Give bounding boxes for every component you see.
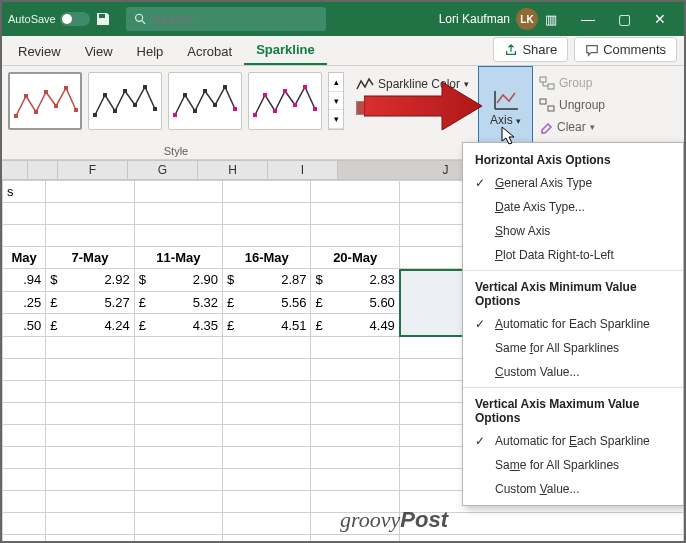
marker-color-icon xyxy=(356,101,370,115)
svg-rect-35 xyxy=(540,99,546,104)
tab-sparkline[interactable]: Sparkline xyxy=(244,36,327,65)
svg-rect-11 xyxy=(103,93,107,97)
col-header-I[interactable]: I xyxy=(268,160,338,180)
menu-item-min-custom[interactable]: Custom Value... xyxy=(463,360,683,384)
tab-acrobat[interactable]: Acrobat xyxy=(175,38,244,65)
toggle-off-icon xyxy=(60,12,90,26)
menu-header-min: Vertical Axis Minimum Value Options xyxy=(463,274,683,312)
group-icon xyxy=(539,76,555,90)
col-header-H[interactable]: H xyxy=(198,160,268,180)
axis-icon xyxy=(492,89,520,111)
svg-rect-18 xyxy=(233,107,237,111)
svg-rect-12 xyxy=(113,109,117,113)
style-gallery-nav[interactable]: ▴▾▾ xyxy=(328,72,344,130)
svg-rect-27 xyxy=(283,89,287,93)
svg-rect-36 xyxy=(548,106,554,111)
tab-review[interactable]: Review xyxy=(6,38,73,65)
menu-item-min-auto[interactable]: Automatic for Each Sparkline xyxy=(463,312,683,336)
menu-item-date-axis[interactable]: Date Axis Type... xyxy=(463,195,683,219)
user-name: Lori Kaufman xyxy=(439,12,510,26)
share-icon xyxy=(504,43,518,57)
svg-rect-28 xyxy=(293,103,297,107)
style-group: ▴▾▾ Style xyxy=(2,66,350,159)
svg-rect-34 xyxy=(548,84,554,89)
clear-button[interactable]: Clear ▾ xyxy=(539,116,678,138)
svg-rect-7 xyxy=(54,104,58,108)
svg-rect-13 xyxy=(123,89,127,93)
user-account[interactable]: Lori Kaufman LK xyxy=(439,8,538,30)
svg-rect-30 xyxy=(313,107,317,111)
axis-menu: Horizontal Axis Options General Axis Typ… xyxy=(462,142,684,506)
autosave-label: AutoSave xyxy=(8,13,56,25)
col-header-F[interactable]: F xyxy=(58,160,128,180)
menu-header-max: Vertical Axis Maximum Value Options xyxy=(463,391,683,429)
svg-rect-23 xyxy=(223,85,227,89)
col-header-partial[interactable] xyxy=(28,160,58,180)
svg-rect-3 xyxy=(14,114,18,118)
sparkline-color-button[interactable]: Sparkline Color ▾ xyxy=(356,72,472,96)
ungroup-button[interactable]: Ungroup xyxy=(539,94,678,116)
svg-rect-16 xyxy=(153,107,157,111)
svg-rect-10 xyxy=(93,113,97,117)
group-button[interactable]: Group xyxy=(539,72,678,94)
svg-rect-33 xyxy=(540,77,546,82)
marker-color-button[interactable]: Marker Color xyxy=(356,96,472,120)
comments-button[interactable]: Comments xyxy=(574,37,677,62)
svg-rect-6 xyxy=(44,90,48,94)
menu-item-min-same[interactable]: Same for All Sparklines xyxy=(463,336,683,360)
svg-rect-8 xyxy=(64,86,68,90)
svg-rect-4 xyxy=(24,94,28,98)
close-button[interactable]: ✕ xyxy=(642,2,678,36)
svg-rect-5 xyxy=(34,110,38,114)
style-thumb-1[interactable] xyxy=(8,72,82,130)
avatar: LK xyxy=(516,8,538,30)
menu-item-show-axis[interactable]: Show Axis xyxy=(463,219,683,243)
search-box[interactable] xyxy=(126,7,326,31)
ribbon-tabs: Review View Help Acrobat Sparkline Share… xyxy=(2,36,684,66)
svg-rect-24 xyxy=(253,113,257,117)
menu-item-max-custom[interactable]: Custom Value... xyxy=(463,477,683,501)
titlebar: AutoSave Lori Kaufman LK ▥ — ▢ ✕ xyxy=(2,2,684,36)
svg-rect-26 xyxy=(273,109,277,113)
svg-rect-21 xyxy=(203,89,207,93)
ungroup-icon xyxy=(539,98,555,112)
ribbon-display-icon[interactable]: ▥ xyxy=(538,6,564,32)
save-icon[interactable] xyxy=(90,6,116,32)
tab-view[interactable]: View xyxy=(73,38,125,65)
style-group-label: Style xyxy=(2,145,350,157)
search-input[interactable] xyxy=(152,12,317,27)
col-header-G[interactable]: G xyxy=(128,160,198,180)
svg-rect-9 xyxy=(74,108,78,112)
svg-point-1 xyxy=(135,14,142,21)
col-header-stub[interactable] xyxy=(2,160,28,180)
svg-rect-17 xyxy=(173,113,177,117)
svg-rect-19 xyxy=(183,93,187,97)
style-thumb-4[interactable] xyxy=(248,72,322,130)
watermark: groovyPost xyxy=(340,507,448,533)
minimize-button[interactable]: — xyxy=(570,2,606,36)
comment-icon xyxy=(585,43,599,57)
window-buttons: — ▢ ✕ xyxy=(570,2,678,36)
search-icon xyxy=(134,12,147,26)
autosave-toggle[interactable]: AutoSave xyxy=(8,12,90,26)
svg-rect-14 xyxy=(133,103,137,107)
line-color-icon xyxy=(356,77,374,91)
color-group: Sparkline Color ▾ Marker Color xyxy=(350,66,478,159)
svg-rect-20 xyxy=(193,109,197,113)
menu-item-max-same[interactable]: Same for All Sparklines xyxy=(463,453,683,477)
svg-line-2 xyxy=(142,21,145,24)
style-thumb-3[interactable] xyxy=(168,72,242,130)
maximize-button[interactable]: ▢ xyxy=(606,2,642,36)
svg-rect-22 xyxy=(213,103,217,107)
svg-rect-15 xyxy=(143,85,147,89)
tab-help[interactable]: Help xyxy=(125,38,176,65)
menu-item-max-auto[interactable]: Automatic for Each Sparkline xyxy=(463,429,683,453)
menu-item-general-axis[interactable]: General Axis Type xyxy=(463,171,683,195)
svg-rect-29 xyxy=(303,85,307,89)
style-thumb-2[interactable] xyxy=(88,72,162,130)
eraser-icon xyxy=(539,120,553,134)
svg-rect-25 xyxy=(263,93,267,97)
share-button[interactable]: Share xyxy=(493,37,568,62)
menu-item-rtl[interactable]: Plot Data Right-to-Left xyxy=(463,243,683,267)
svg-rect-0 xyxy=(99,14,105,18)
